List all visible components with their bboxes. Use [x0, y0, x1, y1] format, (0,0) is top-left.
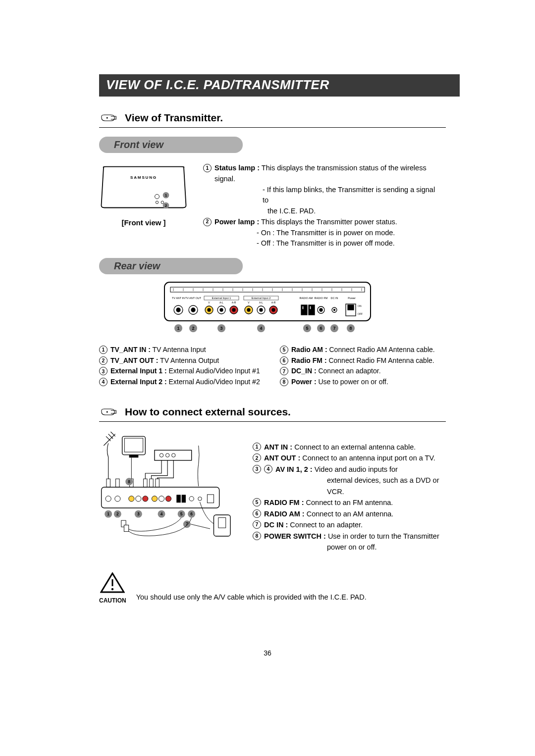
- front-view-pill: Front view: [99, 137, 243, 153]
- rear-view-pill: Rear view: [99, 258, 243, 274]
- svg-text:1: 1: [107, 511, 109, 516]
- svg-rect-98: [129, 454, 139, 457]
- svg-rect-108: [156, 479, 159, 487]
- svg-text:2: 2: [165, 203, 167, 208]
- svg-point-113: [136, 496, 141, 501]
- svg-rect-118: [177, 495, 180, 503]
- svg-line-93: [106, 436, 110, 441]
- svg-text:OFF: OFF: [358, 312, 363, 315]
- svg-text:SAMSUNG: SAMSUNG: [130, 175, 157, 180]
- svg-rect-103: [107, 479, 110, 487]
- svg-rect-137: [214, 515, 230, 536]
- svg-text:A-L: A-L: [259, 301, 263, 304]
- front-caption: [Front view ]: [99, 218, 188, 227]
- section-header-connect: How to connect external sources.: [99, 404, 441, 419]
- svg-point-50: [191, 308, 195, 312]
- divider: [99, 127, 446, 128]
- svg-text:3: 3: [220, 326, 222, 331]
- svg-text:4: 4: [260, 326, 262, 331]
- svg-point-115: [152, 496, 157, 501]
- svg-text:6: 6: [320, 326, 322, 331]
- svg-point-52: [208, 308, 211, 311]
- caution-block: CAUTION You should use only the A/V cabl…: [99, 572, 441, 604]
- page-title-bar: VIEW OF I.C.E. PAD/TRANSMITTER: [99, 74, 460, 97]
- svg-text:2: 2: [116, 511, 119, 516]
- section-title: How to connect external sources.: [125, 406, 291, 418]
- connect-block: 1 2 3 4 5 6 8 7 1ANT IN : Connect to an …: [99, 432, 441, 553]
- svg-rect-119: [182, 495, 185, 503]
- svg-rect-72: [348, 305, 354, 310]
- svg-text:5: 5: [180, 511, 183, 516]
- svg-point-91: [107, 411, 108, 412]
- svg-point-54: [220, 308, 223, 311]
- caution-label: CAUTION: [99, 597, 126, 604]
- svg-text:TV ANT OUT: TV ANT OUT: [185, 297, 202, 300]
- svg-rect-9: [164, 282, 371, 321]
- pointing-hand-icon: [99, 110, 119, 125]
- svg-point-62: [272, 308, 275, 311]
- svg-text:ON: ON: [358, 304, 362, 307]
- svg-point-58: [247, 308, 250, 311]
- svg-point-111: [115, 496, 120, 501]
- manual-page: VIEW OF I.C.E. PAD/TRANSMITTER View of T…: [0, 0, 535, 756]
- rear-description: 1TV_ANT IN : TV Antenna Input 2TV_ANT OU…: [99, 345, 441, 388]
- front-view-block: SAMSUNG 1 2 [Front view ] 1Status lamp :…: [99, 163, 441, 249]
- svg-text:3: 3: [137, 511, 140, 516]
- svg-text:5: 5: [306, 326, 308, 331]
- svg-rect-106: [144, 479, 147, 487]
- page-number: 36: [0, 649, 535, 657]
- svg-rect-97: [124, 438, 143, 452]
- svg-text:4: 4: [160, 511, 163, 516]
- svg-text:RADIO AM: RADIO AM: [300, 297, 313, 300]
- connection-diagram: 1 2 3 4 5 6 8 7: [99, 432, 238, 543]
- svg-point-0: [107, 117, 108, 119]
- section-header-transmitter: View of Transmitter.: [99, 110, 441, 125]
- svg-text:8: 8: [349, 326, 352, 331]
- svg-text:RADIO FM: RADIO FM: [315, 297, 328, 300]
- transmitter-rear-diagram: TV ANT IN TV ANT OUT External Input 1 Ex…: [163, 281, 372, 336]
- svg-point-112: [129, 496, 134, 501]
- svg-point-68: [320, 308, 322, 311]
- svg-point-48: [176, 308, 180, 312]
- warning-triangle-icon: [100, 572, 125, 594]
- svg-point-120: [189, 496, 194, 501]
- svg-text:1: 1: [177, 326, 179, 331]
- svg-text:A-R: A-R: [232, 301, 236, 304]
- svg-text:2: 2: [192, 326, 194, 331]
- svg-text:External Input 1: External Input 1: [212, 297, 231, 300]
- svg-point-116: [159, 496, 164, 501]
- transmitter-front-diagram: SAMSUNG 1 2: [99, 163, 188, 212]
- caution-text: You should use only the A/V cable which …: [136, 593, 367, 604]
- svg-text:1: 1: [165, 193, 167, 198]
- svg-text:DC IN: DC IN: [331, 297, 338, 300]
- svg-text:Power: Power: [348, 297, 356, 300]
- svg-text:TV ANT IN: TV ANT IN: [172, 297, 185, 300]
- svg-line-95: [110, 432, 115, 436]
- svg-point-121: [198, 497, 202, 500]
- connect-description: 1ANT IN : Connect to an external antenna…: [253, 432, 441, 553]
- svg-rect-122: [207, 495, 214, 503]
- svg-rect-107: [150, 479, 153, 487]
- svg-text:A-L: A-L: [219, 301, 223, 304]
- svg-rect-65: [302, 306, 304, 309]
- svg-text:A-R: A-R: [271, 301, 276, 304]
- section-title: View of Transmitter.: [125, 112, 223, 124]
- svg-rect-142: [124, 525, 128, 531]
- svg-text:6: 6: [190, 511, 193, 516]
- svg-text:External Input 2: External Input 2: [252, 297, 271, 300]
- svg-rect-104: [116, 479, 119, 487]
- svg-text:7: 7: [333, 326, 335, 331]
- front-device-column: SAMSUNG 1 2 [Front view ]: [99, 163, 188, 227]
- svg-rect-66: [310, 306, 311, 309]
- divider: [99, 421, 446, 422]
- svg-line-94: [108, 434, 113, 438]
- svg-text:8: 8: [128, 479, 130, 484]
- svg-rect-99: [155, 450, 192, 460]
- svg-point-144: [111, 588, 113, 590]
- svg-point-117: [165, 496, 171, 501]
- svg-point-70: [334, 309, 335, 311]
- caution-icon-column: CAUTION: [99, 572, 126, 604]
- svg-point-60: [260, 308, 263, 311]
- svg-point-114: [143, 496, 148, 501]
- front-description: 1Status lamp : This displays the transmi…: [203, 163, 441, 249]
